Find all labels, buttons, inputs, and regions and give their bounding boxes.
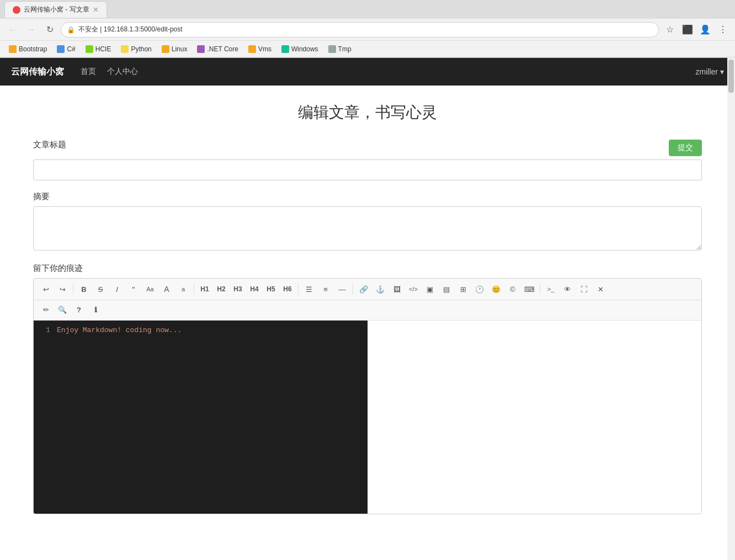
nav-user[interactable]: zmiller ▾ bbox=[696, 67, 724, 76]
image-btn[interactable]: 🖼 bbox=[389, 282, 404, 296]
strikethrough-btn[interactable]: S bbox=[93, 282, 108, 296]
active-tab[interactable]: 云网传输小窝 - 写文章 ✕ bbox=[4, 1, 107, 18]
summary-textarea[interactable] bbox=[33, 206, 702, 250]
editor-toolbar-row2: ✏ 🔍 ? ℹ bbox=[34, 300, 701, 321]
app-navbar: 云网传输小窝 首页 个人中心 zmiller ▾ bbox=[0, 58, 735, 86]
preview-toggle-btn[interactable]: 👁 bbox=[560, 282, 575, 296]
bookmark-icon bbox=[57, 45, 65, 53]
browser-toolbar: ← → ↻ 🔒 不安全 | 192.168.1.3:5000/edit-post… bbox=[0, 19, 735, 41]
bookmark-item[interactable]: Tmp bbox=[324, 44, 356, 55]
back-button[interactable]: ← bbox=[4, 22, 20, 38]
font-large-btn[interactable]: A bbox=[159, 282, 174, 296]
scrollbar[interactable] bbox=[727, 57, 735, 560]
quote-btn[interactable]: " bbox=[126, 282, 141, 296]
bookmark-item[interactable]: Vms bbox=[244, 44, 276, 55]
bookmarks-bar: BootstrapC#HCIEPythonLinux.NET CoreVmsWi… bbox=[0, 41, 735, 57]
italic-btn[interactable]: I bbox=[109, 282, 125, 296]
info-btn[interactable]: ℹ bbox=[88, 302, 103, 317]
summary-label: 摘要 bbox=[33, 191, 702, 202]
page-title: 编辑文章，书写心灵 bbox=[33, 102, 702, 123]
title-input[interactable] bbox=[33, 159, 702, 180]
keyboard-btn[interactable]: ⌨ bbox=[521, 282, 537, 296]
bookmark-label: C# bbox=[67, 45, 75, 53]
h3-btn[interactable]: H3 bbox=[230, 282, 246, 296]
bookmark-label: Bootstrap bbox=[19, 45, 47, 53]
bookmark-icon bbox=[121, 45, 129, 53]
app-brand: 云网传输小窝 bbox=[11, 66, 64, 78]
separator-1 bbox=[73, 284, 73, 295]
extensions-button[interactable]: ⬛ bbox=[680, 22, 695, 38]
bookmark-label: Python bbox=[131, 45, 151, 53]
ul-btn[interactable]: ☰ bbox=[301, 282, 317, 296]
reload-button[interactable]: ↻ bbox=[42, 22, 57, 38]
bookmark-item[interactable]: .NET Core bbox=[193, 44, 242, 55]
bold-btn[interactable]: B bbox=[76, 282, 92, 296]
bookmark-icon bbox=[248, 45, 256, 53]
nav-links: 首页 个人中心 bbox=[81, 67, 138, 77]
h2-btn[interactable]: H2 bbox=[214, 282, 229, 296]
star-button[interactable]: ☆ bbox=[662, 22, 678, 38]
submit-button[interactable]: 提交 bbox=[669, 140, 702, 156]
h4-btn[interactable]: H4 bbox=[247, 282, 262, 296]
address-bar[interactable]: 🔒 不安全 | 192.168.1.3:5000/edit-post bbox=[61, 22, 659, 38]
bookmark-label: Windows bbox=[291, 45, 318, 53]
copyright-btn[interactable]: © bbox=[505, 282, 520, 296]
code-block1-btn[interactable]: ▣ bbox=[422, 282, 438, 296]
h6-btn[interactable]: H6 bbox=[280, 282, 295, 296]
separator-4 bbox=[353, 284, 353, 295]
h5-btn[interactable]: H5 bbox=[263, 282, 279, 296]
table-btn[interactable]: ⊞ bbox=[455, 282, 471, 296]
bookmark-icon bbox=[328, 45, 336, 53]
tab-title: 云网传输小窝 - 写文章 bbox=[24, 5, 89, 14]
editor-line-1: 1 Enjoy Markdown! coding now... bbox=[39, 326, 362, 334]
emoji-btn[interactable]: 😊 bbox=[488, 282, 504, 296]
title-label: 文章标题 bbox=[33, 140, 66, 150]
line-content: Enjoy Markdown! coding now... bbox=[57, 326, 182, 334]
font-larger-btn[interactable]: Aa bbox=[142, 282, 158, 296]
code-block2-btn[interactable]: ▤ bbox=[439, 282, 454, 296]
profile-button[interactable]: 👤 bbox=[697, 22, 713, 38]
bookmark-label: Linux bbox=[172, 45, 188, 53]
bookmark-icon bbox=[9, 45, 17, 53]
tab-close-btn[interactable]: ✕ bbox=[93, 6, 99, 14]
bookmark-item[interactable]: Linux bbox=[157, 44, 192, 55]
pen-btn[interactable]: ✏ bbox=[38, 302, 54, 317]
terminal-btn[interactable]: >_ bbox=[543, 282, 558, 296]
clock-btn[interactable]: 🕐 bbox=[472, 282, 487, 296]
font-small-btn[interactable]: a bbox=[175, 282, 191, 296]
editor-body: 1 Enjoy Markdown! coding now... bbox=[34, 321, 701, 514]
link-btn[interactable]: 🔗 bbox=[356, 282, 371, 296]
menu-button[interactable]: ⋮ bbox=[715, 22, 731, 38]
redo-btn[interactable]: ↪ bbox=[55, 282, 70, 296]
editor-container: ↩ ↪ B S I " Aa A a H1 H2 H3 H4 H5 H6 ☰ ≡ bbox=[33, 278, 702, 514]
separator-2 bbox=[194, 284, 194, 295]
fullscreen-btn[interactable]: ⛶ bbox=[576, 282, 592, 296]
bookmark-item[interactable]: Python bbox=[116, 44, 156, 55]
separator-3 bbox=[298, 284, 299, 295]
bookmark-item[interactable]: Windows bbox=[277, 44, 323, 55]
nav-profile[interactable]: 个人中心 bbox=[107, 67, 138, 77]
browser-tabs: 云网传输小窝 - 写文章 ✕ bbox=[0, 0, 735, 19]
bookmark-item[interactable]: Bootstrap bbox=[4, 44, 51, 55]
editor-code-area[interactable]: 1 Enjoy Markdown! coding now... bbox=[34, 321, 368, 514]
hr-btn[interactable]: — bbox=[334, 282, 350, 296]
nav-home[interactable]: 首页 bbox=[81, 67, 96, 77]
bookmark-label: .NET Core bbox=[207, 45, 238, 53]
h1-btn[interactable]: H1 bbox=[197, 282, 212, 296]
bookmark-item[interactable]: HCIE bbox=[81, 44, 116, 55]
bookmark-label: HCIE bbox=[95, 45, 111, 53]
forward-button[interactable]: → bbox=[23, 22, 39, 38]
bookmark-icon bbox=[281, 45, 289, 53]
anchor-btn[interactable]: ⚓ bbox=[372, 282, 388, 296]
undo-btn[interactable]: ↩ bbox=[38, 282, 54, 296]
address-text: 不安全 | 192.168.1.3:5000/edit-post bbox=[78, 25, 183, 34]
search-btn[interactable]: 🔍 bbox=[55, 302, 70, 317]
close-btn[interactable]: ✕ bbox=[593, 282, 608, 296]
dropdown-arrow-icon: ▾ bbox=[720, 67, 724, 76]
bookmark-item[interactable]: C# bbox=[52, 44, 79, 55]
code-inline-btn[interactable]: </> bbox=[406, 282, 421, 296]
ol-btn[interactable]: ≡ bbox=[318, 282, 333, 296]
scrollbar-thumb[interactable] bbox=[728, 60, 734, 93]
secure-icon: 🔒 bbox=[67, 26, 75, 34]
help-btn[interactable]: ? bbox=[71, 302, 87, 317]
